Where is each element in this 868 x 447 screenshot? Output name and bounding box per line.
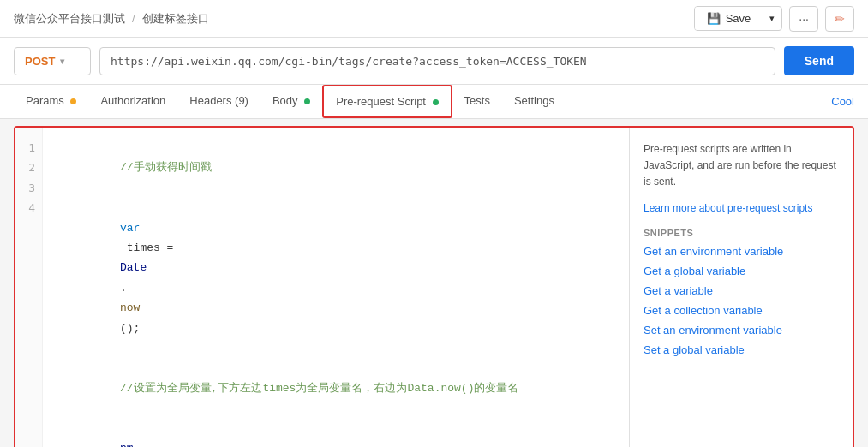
code-content[interactable]: //手动获得时间戳 var times = Date . now (); //设… <box>43 128 629 447</box>
method-select[interactable]: POST ▾ <box>14 47 91 75</box>
line-num-2: 2 <box>26 158 35 177</box>
main-content: 1 2 3 4 //手动获得时间戳 var times = Date . now… <box>14 126 854 447</box>
tab-headers-label: Headers (9) <box>189 94 248 107</box>
sidebar-description: Pre-request scripts are written in JavaS… <box>644 141 839 191</box>
code-line-4: pm . globals . set ( "times" , "times" )… <box>53 418 619 447</box>
code-line-2: var times = Date . now (); <box>53 198 619 358</box>
save-button-group[interactable]: 💾 Save ▾ <box>694 6 783 31</box>
code-comment-1: //手动获得时间戳 <box>120 161 212 174</box>
snippet-6[interactable]: Set a global variable <box>644 343 839 356</box>
snippet-3[interactable]: Get a variable <box>644 284 839 297</box>
line-numbers: 1 2 3 4 <box>15 128 43 447</box>
tab-pre-request[interactable]: Pre-request Script <box>322 85 452 118</box>
url-bar: POST ▾ Send <box>0 38 868 85</box>
url-input[interactable] <box>99 47 775 75</box>
edit-button[interactable]: ✏ <box>825 6 854 32</box>
breadcrumb-part1: 微信公众平台接口测试 <box>14 11 125 27</box>
sidebar: Pre-request scripts are written in JavaS… <box>630 128 853 447</box>
code-editor: 1 2 3 4 //手动获得时间戳 var times = Date . now… <box>15 128 630 447</box>
tab-headers[interactable]: Headers (9) <box>177 86 260 117</box>
cool-link[interactable]: Cool <box>831 95 854 108</box>
snippet-4[interactable]: Get a collection variable <box>644 304 839 317</box>
breadcrumb: 微信公众平台接口测试 / 创建标签接口 <box>14 11 209 27</box>
tab-body-label: Body <box>272 94 298 107</box>
pre-request-dot <box>433 99 439 105</box>
tab-tests-label: Tests <box>464 94 490 107</box>
tab-pre-request-label: Pre-request Script <box>336 95 426 108</box>
code-comment-3: //设置为全局变量,下方左边times为全局变量名，右边为Data.now()的… <box>120 382 518 395</box>
tab-body[interactable]: Body <box>260 86 322 117</box>
save-dropdown-button[interactable]: ▾ <box>763 8 781 29</box>
line-num-3: 3 <box>26 178 35 198</box>
tab-tests[interactable]: Tests <box>452 86 502 117</box>
method-label: POST <box>25 55 55 68</box>
save-label: Save <box>726 12 751 25</box>
topbar-actions: 💾 Save ▾ ··· ✏ <box>694 6 854 32</box>
send-button[interactable]: Send <box>784 46 854 75</box>
tab-params-label: Params <box>26 94 64 107</box>
snippets-title: SNIPPETS <box>644 228 839 238</box>
snippet-2[interactable]: Get a global variable <box>644 265 839 277</box>
method-dropdown-icon: ▾ <box>60 57 64 66</box>
more-button[interactable]: ··· <box>789 6 818 32</box>
body-dot <box>304 98 310 104</box>
line-num-4: 4 <box>26 198 35 218</box>
snippet-1[interactable]: Get an environment variable <box>644 245 839 258</box>
save-icon: 💾 <box>707 12 721 25</box>
topbar: 微信公众平台接口测试 / 创建标签接口 💾 Save ▾ ··· ✏ <box>0 0 868 38</box>
editor-inner: 1 2 3 4 //手动获得时间戳 var times = Date . now… <box>15 128 629 447</box>
breadcrumb-sep: / <box>132 12 135 25</box>
breadcrumb-part2: 创建标签接口 <box>142 11 209 27</box>
snippet-5[interactable]: Set an environment variable <box>644 324 839 337</box>
save-button[interactable]: 💾 Save <box>695 7 763 30</box>
tab-authorization[interactable]: Authorization <box>88 86 177 117</box>
params-dot <box>70 98 76 104</box>
tab-settings[interactable]: Settings <box>502 86 566 117</box>
code-var-keyword: var <box>120 222 140 235</box>
code-line-3: //设置为全局变量,下方左边times为全局变量名，右边为Data.now()的… <box>53 358 619 418</box>
tab-params[interactable]: Params <box>14 86 88 117</box>
line-num-1: 1 <box>26 138 35 158</box>
code-line-1: //手动获得时间戳 <box>53 138 619 198</box>
tab-authorization-label: Authorization <box>100 94 165 107</box>
tab-settings-label: Settings <box>514 94 554 107</box>
learn-more-link[interactable]: Learn more about pre-request scripts <box>644 202 812 214</box>
request-tabs: Params Authorization Headers (9) Body Pr… <box>0 85 868 119</box>
